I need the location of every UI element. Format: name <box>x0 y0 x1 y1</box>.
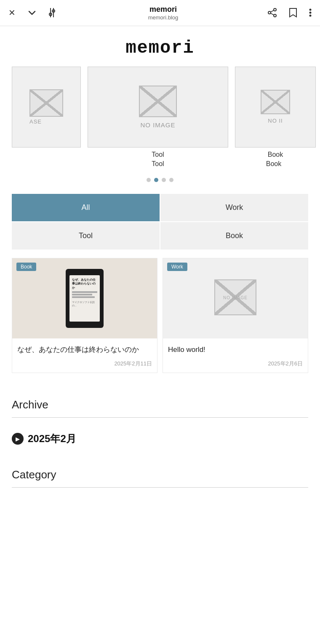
share-button[interactable] <box>266 6 279 19</box>
post-grid: なぜ、あなたの仕事は終わらないのか マイクロソフト伝説の... Book <box>12 258 308 373</box>
tab-book[interactable]: Book <box>160 222 308 250</box>
carousel-caption-row-1 <box>0 160 84 168</box>
no-image-label-3: NO II <box>261 118 290 124</box>
carousel-dot-3[interactable] <box>162 178 166 182</box>
carousel-captions-row: Tool Book <box>0 160 320 169</box>
svg-line-7 <box>271 13 274 15</box>
site-header: memori <box>0 26 320 67</box>
no-image-icon-1 <box>29 89 63 117</box>
archive-section: Archive ▶ 2025年2月 <box>0 381 320 460</box>
svg-line-8 <box>271 11 274 12</box>
post-card-1[interactable]: なぜ、あなたの仕事は終わらないのか マイクロソフト伝説の... Book <box>12 258 157 373</box>
no-image-icon-2 <box>139 86 177 117</box>
post-title-1: なぜ、あなたの仕事は終わらないのか <box>17 344 152 355</box>
carousel-caption-1 <box>12 148 81 153</box>
carousel-dot-4[interactable] <box>169 178 173 182</box>
post-info-2: Hello world! 2025年2月6日 <box>163 338 308 373</box>
carousel-caption-2: Tool <box>88 148 228 160</box>
carousel-caption-row-3: Book <box>232 160 316 168</box>
no-image-label-1: ASE <box>29 118 63 125</box>
carousel-card-1: ASE <box>12 67 81 148</box>
filter-button[interactable] <box>47 6 60 19</box>
no-image-placeholder-1: ASE <box>12 67 80 147</box>
chevron-down-button[interactable] <box>26 6 38 19</box>
no-image-text-2: NO IMAGE <box>223 295 248 300</box>
post-thumbnail-2: NO IMAGE Work <box>163 258 308 338</box>
kindle-screen: なぜ、あなたの仕事は終わらないのか マイクロソフト伝説の... <box>69 275 100 322</box>
more-button[interactable] <box>307 6 313 19</box>
svg-point-4 <box>274 8 276 11</box>
site-title: memori <box>8 38 312 58</box>
category-section: Category <box>0 460 320 504</box>
close-button[interactable]: ✕ <box>7 6 17 19</box>
carousel-card-2: NO IMAGE <box>88 67 228 148</box>
bookmark-button[interactable] <box>287 6 299 19</box>
tab-all[interactable]: All <box>12 194 160 221</box>
archive-arrow-icon: ▶ <box>12 433 24 445</box>
svg-point-5 <box>268 11 271 14</box>
main-content: memori ASE <box>0 26 320 505</box>
post-date-1: 2025年2月11日 <box>17 360 152 368</box>
no-image-icon-3 <box>261 90 290 114</box>
carousel-dots <box>0 169 320 194</box>
post-badge-2: Work <box>167 263 187 271</box>
browser-right-controls <box>266 6 313 19</box>
no-image-label-2: NO IMAGE <box>139 121 177 129</box>
carousel-card-3: NO II <box>235 67 316 148</box>
post-thumbnail-1: なぜ、あなたの仕事は終わらないのか マイクロソフト伝説の... Book <box>12 258 157 338</box>
carousel-caption-3: Book <box>235 148 316 160</box>
carousel-item-2[interactable]: NO IMAGE Tool <box>84 67 232 160</box>
no-image-placeholder-3: NO II <box>235 67 315 147</box>
svg-point-6 <box>274 14 276 17</box>
post-date-2: 2025年2月6日 <box>168 360 303 368</box>
svg-point-11 <box>309 15 312 17</box>
browser-site-title: memori <box>65 5 261 14</box>
kindle-device: なぜ、あなたの仕事は終わらないのか マイクロソフト伝説の... <box>66 269 104 328</box>
browser-toolbar: ✕ memori memori.blog <box>0 0 320 26</box>
tab-work[interactable]: Work <box>160 194 308 221</box>
browser-left-controls: ✕ <box>7 6 60 19</box>
svg-point-9 <box>309 9 312 11</box>
post-card-2[interactable]: NO IMAGE Work Hello world! 2025年2月6日 <box>163 258 308 373</box>
carousel-dot-1[interactable] <box>147 178 151 182</box>
carousel-caption-row-2: Tool <box>84 160 232 168</box>
svg-point-10 <box>309 12 312 14</box>
archive-label-1: 2025年2月 <box>28 432 76 445</box>
carousel: ASE NO IMAGE Tool <box>0 67 320 169</box>
carousel-track: ASE NO IMAGE Tool <box>0 67 320 160</box>
no-image-placeholder-2: NO IMAGE <box>88 67 228 147</box>
no-image-inner-2: NO IMAGE <box>214 279 256 315</box>
carousel-item-3[interactable]: NO II Book <box>232 67 316 160</box>
carousel-item-1[interactable]: ASE <box>0 67 84 160</box>
archive-section-title: Archive <box>12 398 308 418</box>
post-badge-1: Book <box>16 263 36 271</box>
carousel-dot-2[interactable] <box>154 178 158 182</box>
archive-item-1[interactable]: ▶ 2025年2月 <box>12 426 308 451</box>
browser-address-bar: memori memori.blog <box>65 5 261 21</box>
post-info-1: なぜ、あなたの仕事は終わらないのか 2025年2月11日 <box>12 338 157 373</box>
category-section-title: Category <box>12 468 308 488</box>
category-tabs: All Work Tool Book <box>12 194 308 250</box>
browser-url: memori.blog <box>65 14 261 21</box>
tab-tool[interactable]: Tool <box>12 222 160 250</box>
post-title-2: Hello world! <box>168 344 303 355</box>
